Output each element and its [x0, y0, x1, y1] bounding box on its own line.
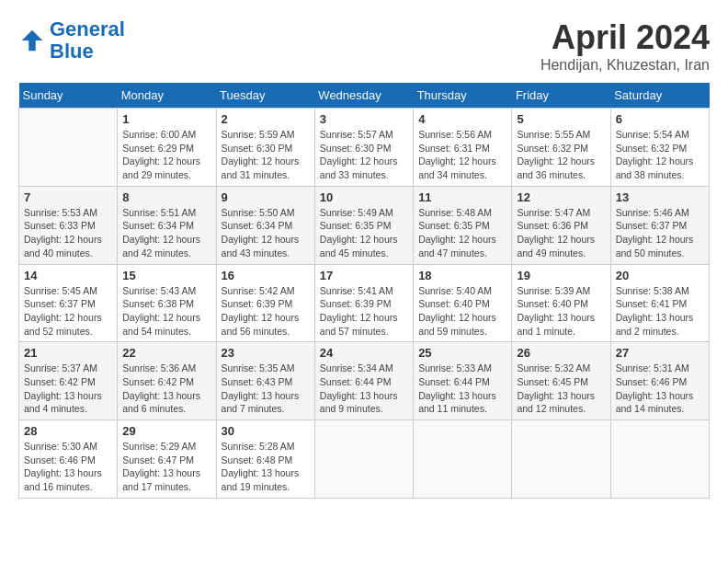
- calendar-cell: 4Sunrise: 5:56 AMSunset: 6:31 PMDaylight…: [414, 109, 512, 187]
- day-info: Sunrise: 5:37 AMSunset: 6:42 PMDaylight:…: [24, 362, 112, 416]
- day-number: 6: [616, 112, 704, 126]
- calendar-cell: 30Sunrise: 5:28 AMSunset: 6:48 PMDayligh…: [216, 420, 314, 499]
- day-number: 28: [24, 424, 112, 438]
- logo: General Blue: [18, 18, 125, 63]
- day-number: 1: [122, 112, 210, 126]
- calendar-cell: 25Sunrise: 5:33 AMSunset: 6:44 PMDayligh…: [414, 342, 512, 420]
- calendar-cell: 29Sunrise: 5:29 AMSunset: 6:47 PMDayligh…: [118, 420, 216, 499]
- day-info: Sunrise: 5:54 AMSunset: 6:32 PMDaylight:…: [616, 128, 704, 182]
- day-number: 7: [24, 190, 112, 204]
- calendar-cell: 11Sunrise: 5:48 AMSunset: 6:35 PMDayligh…: [414, 186, 512, 264]
- calendar-cell: 21Sunrise: 5:37 AMSunset: 6:42 PMDayligh…: [19, 342, 118, 420]
- calendar-cell: 9Sunrise: 5:50 AMSunset: 6:34 PMDaylight…: [216, 186, 314, 264]
- day-number: 3: [320, 112, 408, 126]
- day-number: 30: [222, 424, 310, 438]
- calendar-cell: [19, 109, 118, 187]
- day-info: Sunrise: 5:40 AMSunset: 6:40 PMDaylight:…: [418, 284, 506, 339]
- calendar-cell: 6Sunrise: 5:54 AMSunset: 6:32 PMDaylight…: [610, 109, 709, 187]
- day-number: 12: [517, 190, 605, 204]
- day-number: 25: [418, 346, 506, 360]
- weekday-header-tuesday: Tuesday: [216, 83, 314, 109]
- calendar-cell: 24Sunrise: 5:34 AMSunset: 6:44 PMDayligh…: [314, 342, 413, 420]
- day-info: Sunrise: 5:49 AMSunset: 6:35 PMDaylight:…: [320, 206, 408, 260]
- day-number: 20: [616, 269, 704, 282]
- day-info: Sunrise: 5:34 AMSunset: 6:44 PMDaylight:…: [320, 362, 408, 416]
- calendar-cell: 5Sunrise: 5:55 AMSunset: 6:32 PMDaylight…: [512, 109, 610, 187]
- day-info: Sunrise: 5:45 AMSunset: 6:37 PMDaylight:…: [24, 284, 112, 339]
- day-number: 13: [616, 190, 704, 204]
- day-number: 2: [222, 112, 310, 126]
- calendar-cell: 26Sunrise: 5:32 AMSunset: 6:45 PMDayligh…: [512, 342, 610, 420]
- weekday-header-monday: Monday: [118, 83, 216, 109]
- day-number: 5: [517, 112, 605, 126]
- weekday-header-saturday: Saturday: [610, 83, 709, 109]
- day-number: 23: [222, 346, 310, 360]
- calendar-table: SundayMondayTuesdayWednesdayThursdayFrid…: [18, 83, 710, 499]
- day-info: Sunrise: 5:32 AMSunset: 6:45 PMDaylight:…: [517, 362, 605, 416]
- day-info: Sunrise: 5:57 AMSunset: 6:30 PMDaylight:…: [320, 128, 408, 182]
- day-number: 10: [320, 190, 408, 204]
- weekday-header-thursday: Thursday: [414, 83, 512, 109]
- day-info: Sunrise: 5:59 AMSunset: 6:30 PMDaylight:…: [222, 128, 310, 182]
- location: Hendijan, Khuzestan, Iran: [540, 57, 710, 74]
- day-number: 19: [517, 269, 605, 282]
- day-info: Sunrise: 5:33 AMSunset: 6:44 PMDaylight:…: [418, 362, 506, 416]
- calendar-cell: 1Sunrise: 6:00 AMSunset: 6:29 PMDaylight…: [118, 109, 216, 187]
- day-number: 22: [122, 346, 210, 360]
- calendar-cell: 7Sunrise: 5:53 AMSunset: 6:33 PMDaylight…: [19, 186, 118, 264]
- logo-text: General Blue: [50, 18, 125, 63]
- day-info: Sunrise: 5:50 AMSunset: 6:34 PMDaylight:…: [222, 206, 310, 260]
- calendar-cell: 8Sunrise: 5:51 AMSunset: 6:34 PMDaylight…: [118, 186, 216, 264]
- calendar-cell: 3Sunrise: 5:57 AMSunset: 6:30 PMDaylight…: [314, 109, 413, 187]
- day-number: 21: [24, 346, 112, 360]
- day-number: 16: [222, 269, 310, 282]
- logo-line1: General: [50, 17, 125, 40]
- calendar-cell: 13Sunrise: 5:46 AMSunset: 6:37 PMDayligh…: [610, 186, 709, 264]
- day-number: 26: [517, 346, 605, 360]
- day-number: 11: [418, 190, 506, 204]
- week-row-1: 1Sunrise: 6:00 AMSunset: 6:29 PMDaylight…: [19, 109, 710, 187]
- day-info: Sunrise: 5:55 AMSunset: 6:32 PMDaylight:…: [517, 128, 605, 182]
- day-number: 15: [122, 269, 210, 282]
- calendar-cell: 23Sunrise: 5:35 AMSunset: 6:43 PMDayligh…: [216, 342, 314, 420]
- calendar-cell: 22Sunrise: 5:36 AMSunset: 6:42 PMDayligh…: [118, 342, 216, 420]
- calendar-cell: 18Sunrise: 5:40 AMSunset: 6:40 PMDayligh…: [414, 264, 512, 342]
- day-info: Sunrise: 5:43 AMSunset: 6:38 PMDaylight:…: [122, 284, 210, 339]
- day-number: 9: [222, 190, 310, 204]
- weekday-header-row: SundayMondayTuesdayWednesdayThursdayFrid…: [19, 83, 710, 109]
- day-info: Sunrise: 5:46 AMSunset: 6:37 PMDaylight:…: [616, 206, 704, 260]
- weekday-header-sunday: Sunday: [19, 83, 118, 109]
- day-info: Sunrise: 5:28 AMSunset: 6:48 PMDaylight:…: [222, 440, 310, 494]
- calendar-cell: 15Sunrise: 5:43 AMSunset: 6:38 PMDayligh…: [118, 264, 216, 342]
- title-block: April 2024 Hendijan, Khuzestan, Iran: [540, 18, 710, 74]
- weekday-header-friday: Friday: [512, 83, 610, 109]
- calendar-cell: 17Sunrise: 5:41 AMSunset: 6:39 PMDayligh…: [314, 264, 413, 342]
- day-number: 4: [418, 112, 506, 126]
- week-row-5: 28Sunrise: 5:30 AMSunset: 6:46 PMDayligh…: [19, 420, 710, 499]
- calendar-cell: [610, 420, 709, 499]
- day-number: 27: [616, 346, 704, 360]
- week-row-3: 14Sunrise: 5:45 AMSunset: 6:37 PMDayligh…: [19, 264, 710, 342]
- day-info: Sunrise: 5:51 AMSunset: 6:34 PMDaylight:…: [122, 206, 210, 260]
- calendar-cell: 12Sunrise: 5:47 AMSunset: 6:36 PMDayligh…: [512, 186, 610, 264]
- day-number: 29: [122, 424, 210, 438]
- day-number: 17: [320, 269, 408, 282]
- day-info: Sunrise: 5:29 AMSunset: 6:47 PMDaylight:…: [122, 440, 210, 494]
- logo-line2: Blue: [50, 40, 94, 63]
- weekday-header-wednesday: Wednesday: [314, 83, 413, 109]
- day-info: Sunrise: 5:42 AMSunset: 6:39 PMDaylight:…: [222, 284, 310, 339]
- day-info: Sunrise: 5:48 AMSunset: 6:35 PMDaylight:…: [418, 206, 506, 260]
- calendar-cell: 20Sunrise: 5:38 AMSunset: 6:41 PMDayligh…: [610, 264, 709, 342]
- month-title: April 2024: [540, 18, 710, 57]
- calendar-cell: 2Sunrise: 5:59 AMSunset: 6:30 PMDaylight…: [216, 109, 314, 187]
- calendar-cell: 28Sunrise: 5:30 AMSunset: 6:46 PMDayligh…: [19, 420, 118, 499]
- week-row-4: 21Sunrise: 5:37 AMSunset: 6:42 PMDayligh…: [19, 342, 710, 420]
- logo-icon: [18, 27, 46, 54]
- calendar-cell: 27Sunrise: 5:31 AMSunset: 6:46 PMDayligh…: [610, 342, 709, 420]
- day-number: 24: [320, 346, 408, 360]
- calendar-cell: 10Sunrise: 5:49 AMSunset: 6:35 PMDayligh…: [314, 186, 413, 264]
- day-info: Sunrise: 5:31 AMSunset: 6:46 PMDaylight:…: [616, 362, 704, 416]
- day-info: Sunrise: 5:47 AMSunset: 6:36 PMDaylight:…: [517, 206, 605, 260]
- calendar-cell: [414, 420, 512, 499]
- calendar-cell: [512, 420, 610, 499]
